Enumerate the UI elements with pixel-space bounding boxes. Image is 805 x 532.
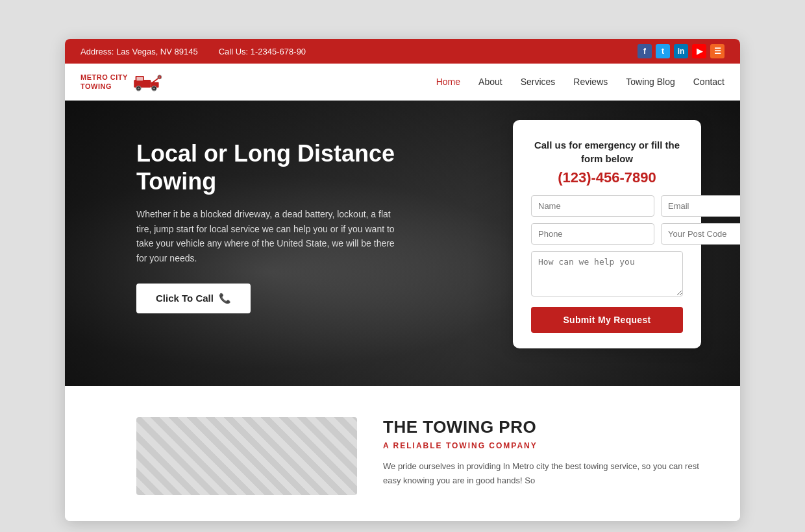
tow-truck-icon xyxy=(133,71,164,92)
nav-home[interactable]: Home xyxy=(436,77,460,87)
top-bar-left: Address: Las Vegas, NV 89145 Call Us: 1-… xyxy=(80,47,306,56)
click-to-call-button[interactable]: Click To Call 📞 xyxy=(136,284,251,313)
nav-reviews[interactable]: Reviews xyxy=(573,77,608,87)
facebook-icon[interactable]: f xyxy=(638,44,652,58)
svg-point-8 xyxy=(153,88,155,90)
about-image xyxy=(136,417,357,495)
about-description: We pride ourselves in providing In Metro… xyxy=(383,459,701,488)
name-input[interactable] xyxy=(531,195,654,217)
nav-contact[interactable]: Contact xyxy=(693,77,724,87)
emergency-form-card: Call us for emergency or fill the form b… xyxy=(513,120,701,348)
svg-point-10 xyxy=(158,77,160,78)
social-icons-group: f t in ▶ ☰ xyxy=(638,44,724,58)
nav-towing-blog[interactable]: Towing Blog xyxy=(626,77,675,87)
navbar: METRO CITY TOWING Home About Services xyxy=(65,64,740,101)
svg-point-6 xyxy=(138,88,140,90)
message-textarea[interactable] xyxy=(531,251,683,296)
youtube-icon[interactable]: ▶ xyxy=(692,44,706,58)
phone-label: Call Us: 1-2345-678-90 xyxy=(219,47,306,56)
hero-title: Local or Long Distance Towing xyxy=(136,139,396,195)
address-label: Address: Las Vegas, NV 89145 xyxy=(80,47,198,56)
form-row-name-email xyxy=(531,195,683,217)
linkedin-icon[interactable]: in xyxy=(674,44,688,58)
rss-icon[interactable]: ☰ xyxy=(710,44,724,58)
about-section: THE TOWING PRO A RELIABLE TOWING COMPANY… xyxy=(65,386,740,521)
twitter-icon[interactable]: t xyxy=(656,44,670,58)
logo[interactable]: METRO CITY TOWING xyxy=(80,71,164,92)
email-input[interactable] xyxy=(661,195,740,217)
about-title: THE TOWING PRO xyxy=(383,417,701,437)
form-row-phone-postcode xyxy=(531,223,683,245)
phone-input[interactable] xyxy=(531,223,654,245)
logo-text: METRO CITY TOWING xyxy=(80,73,128,91)
hero-content: Local or Long Distance Towing Whether it… xyxy=(65,101,422,313)
nav-links: Home About Services Reviews Towing Blog … xyxy=(436,77,724,87)
top-bar: Address: Las Vegas, NV 89145 Call Us: 1-… xyxy=(65,39,740,64)
svg-rect-2 xyxy=(136,77,143,80)
hero-subtitle: Whether it be a blocked driveway, a dead… xyxy=(136,207,396,265)
nav-about[interactable]: About xyxy=(478,77,502,87)
form-card-phone: (123)-456-7890 xyxy=(531,169,683,186)
form-card-title: Call us for emergency or fill the form b… xyxy=(531,138,683,165)
nav-services[interactable]: Services xyxy=(521,77,556,87)
phone-receiver-icon: 📞 xyxy=(219,293,231,304)
postcode-input[interactable] xyxy=(661,223,740,245)
submit-button[interactable]: Submit My Request xyxy=(531,307,683,333)
hero-section: Local or Long Distance Towing Whether it… xyxy=(65,101,740,386)
about-subtitle: A RELIABLE TOWING COMPANY xyxy=(383,441,701,450)
about-text: THE TOWING PRO A RELIABLE TOWING COMPANY… xyxy=(383,417,701,488)
browser-window: Address: Las Vegas, NV 89145 Call Us: 1-… xyxy=(65,39,740,521)
